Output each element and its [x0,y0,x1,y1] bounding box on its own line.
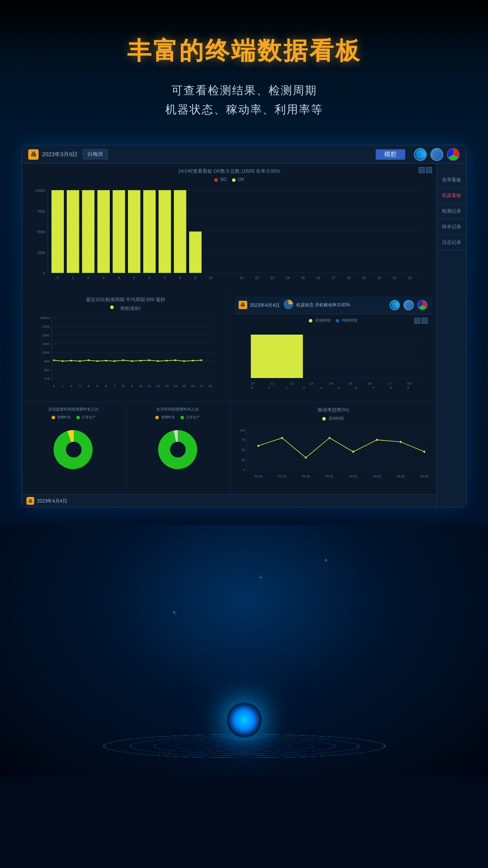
globe-icon[interactable]: 🌐 [414,148,427,161]
machine-pie-status-icon [417,300,428,310]
svg-point-141 [328,437,331,439]
brand-logo: 品 [28,149,39,160]
bot-logo: 品 [26,497,34,505]
svg-text:2: 2 [70,384,72,388]
machine-user-icon: 👤 [403,300,414,310]
bar-chart-panel: 24小时查看看板 OK数:0 总数:10569 良率:0.00% NG OK [22,164,436,292]
svg-point-64 [79,360,81,362]
svg-text:10: 10 [139,384,143,388]
svg-text:17: 17 [200,384,203,388]
bottom-bg-section [0,525,488,776]
svg-rect-20 [189,232,202,273]
grid-view-icon[interactable] [419,167,432,173]
cycle-legend: 周期(毫秒) [26,306,225,312]
svg-text:7: 7 [164,276,166,280]
svg-text:04-02: 04-02 [373,474,381,478]
svg-rect-12 [67,191,79,273]
svg-text:8: 8 [122,384,124,388]
dashboard-topbar: 品 2023年3月6日 白晚班 模腔 🌐 👤 [22,145,466,164]
svg-point-71 [140,360,141,362]
svg-point-143 [376,439,378,441]
sidebar-item-log[interactable]: 日志记录 [437,235,466,250]
pie2-legend1: 报警时长 [155,415,175,420]
svg-point-74 [166,360,167,362]
svg-point-65 [88,359,89,361]
machine-bar-svg: 0 1 2 3 4 5 6 7 8 9 10 1 [239,326,428,391]
svg-text:03-28: 03-28 [254,474,262,478]
svg-text:25: 25 [241,458,245,462]
svg-text:6: 6 [148,276,151,280]
cycle-chart-panel: 最近20次检测周期 平均周期:999 毫秒 周期(毫秒) [22,292,229,401]
svg-text:5: 5 [337,386,340,390]
svg-text:18: 18 [407,381,411,385]
machine-status-panel: 品 2023年4月4日 机器状态 开机稼动率:0.83% [230,292,437,401]
ng-legend: NG [214,177,227,182]
svg-rect-14 [97,191,110,273]
svg-text:9: 9 [194,276,197,280]
svg-point-70 [131,360,133,362]
holo-center-glow [227,703,262,737]
dashboard-body: 24小时查看看板 OK数:0 总数:10569 良率:0.00% NG OK [22,164,466,507]
svg-text:10: 10 [209,276,213,280]
svg-text:750s: 750s [37,209,46,214]
svg-rect-11 [52,191,64,273]
svg-text:832: 832 [44,368,50,372]
svg-text:0: 0 [243,468,245,472]
shift-selector[interactable]: 白晚班 [83,149,108,159]
svg-text:10: 10 [251,381,255,385]
svg-point-145 [423,451,426,453]
pie1-svg [50,426,98,473]
subtitle-line2: 机器状态、稼动率、利用率等 [165,103,323,116]
svg-point-140 [305,457,307,459]
svg-text:9: 9 [131,384,133,388]
svg-text:1: 1 [268,386,270,390]
machine-logo: 品 [239,301,247,309]
svg-text:4: 4 [88,384,90,388]
sidebar-item-sample[interactable]: 样本记录 [437,219,466,235]
svg-text:1: 1 [72,276,74,280]
svg-point-69 [122,359,124,361]
svg-point-77 [192,360,193,362]
svg-text:1000s: 1000s [35,188,45,193]
startup-legend: 启动时段 [309,318,331,323]
svg-text:04-01: 04-01 [349,474,357,478]
dashboard-date: 2023年3月6日 [42,151,78,158]
cycle-chart-svg: 1500s 1393 1281 1169 1056 944 832 719 [26,313,225,391]
main-content: 24小时查看看板 OK数:0 总数:10569 良率:0.00% NG OK [22,164,436,507]
svg-text:11: 11 [270,381,274,385]
svg-text:75: 75 [241,438,245,442]
svg-text:7: 7 [372,386,374,390]
svg-text:8: 8 [179,276,181,280]
trend-chart-title: 稼动率趋势(%) [235,407,432,413]
bar-chart-svg: 1000s 750s 500s 250s 0 [26,184,432,288]
svg-rect-19 [174,191,187,273]
user-icon[interactable]: 👤 [430,148,443,161]
svg-text:3: 3 [303,386,305,390]
subtitle-line1: 可查看检测结果、检测周期 [171,84,317,97]
svg-text:5: 5 [96,384,98,388]
machine-pie-icon [283,299,294,309]
svg-point-75 [174,359,176,361]
svg-text:3: 3 [102,276,105,280]
sidebar-item-yield[interactable]: 良率看板 [437,172,466,188]
svg-text:16: 16 [316,276,321,280]
svg-text:2: 2 [87,276,89,280]
pie2-svg [154,426,202,473]
svg-text:12: 12 [255,276,259,280]
ok-legend: OK [232,177,244,182]
sidebar-item-machine[interactable]: 机器看板 [437,188,466,204]
machine-grid-icon[interactable] [414,318,428,324]
svg-text:0: 0 [43,271,46,276]
svg-text:13: 13 [309,381,313,385]
svg-text:0: 0 [57,276,59,280]
svg-text:18: 18 [347,276,351,280]
svg-text:03-31: 03-31 [325,474,334,478]
svg-text:11: 11 [147,384,151,388]
pie2-legend2: 正常生产 [180,415,200,420]
svg-text:4: 4 [118,276,120,280]
svg-text:11: 11 [239,276,244,280]
pie2-chart [131,421,225,478]
machine-bar-area: 启动时段 待机时段 [234,314,432,397]
bottom-row: 启动监督时间段报警时长占比 报警时长 正常生产 [22,402,436,494]
sidebar-item-detect[interactable]: 检测记录 [437,204,466,219]
